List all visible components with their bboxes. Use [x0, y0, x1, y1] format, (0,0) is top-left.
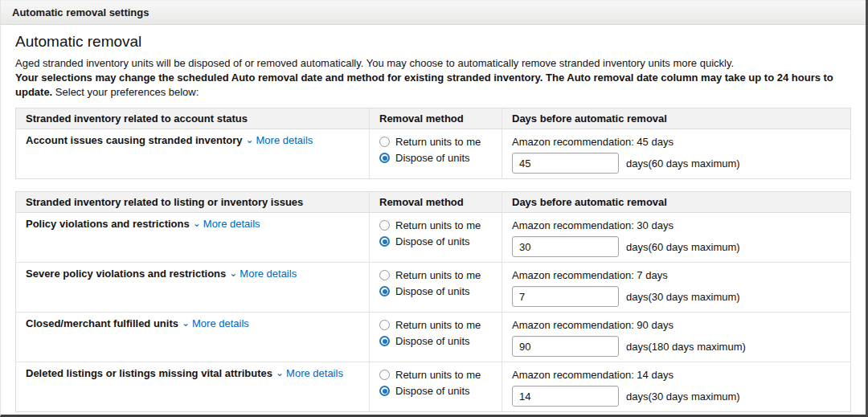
days-maximum-text: days(60 days maximum) [626, 241, 740, 253]
days-maximum-text: days(60 days maximum) [626, 157, 740, 170]
days-maximum-text: days(30 days maximum) [626, 291, 740, 303]
table-header-row: Stranded inventory related to listing or… [16, 192, 850, 213]
more-details-link[interactable]: More details [240, 268, 297, 280]
row-category-cell: Deleted listings or listings missing vit… [16, 362, 369, 411]
days-input[interactable] [512, 236, 619, 257]
radio-selected-icon[interactable] [379, 153, 390, 163]
row-days-cell: Amazon recommendation: 30 days days(60 d… [502, 213, 850, 262]
chevron-down-icon[interactable]: ⌄ [193, 218, 201, 229]
row-method-cell: Return units to me Dispose of units [369, 213, 502, 262]
amazon-recommendation-text: Amazon recommendation: 7 days [512, 269, 842, 281]
more-details-link[interactable]: More details [192, 317, 249, 329]
row-category-cell: Policy violations and restrictions⌄More … [16, 213, 369, 262]
chevron-down-icon[interactable]: ⌄ [229, 268, 237, 279]
radio-unselected-icon[interactable] [379, 320, 390, 330]
table-row: Closed/merchant fulfilled units⌄More det… [16, 312, 850, 362]
radio-unselected-icon[interactable] [379, 220, 390, 231]
chevron-down-icon[interactable]: ⌄ [245, 134, 253, 145]
days-maximum-text: days(30 days maximum) [626, 390, 740, 403]
return-units-label: Return units to me [395, 269, 481, 281]
amazon-recommendation-text: Amazon recommendation: 90 days [512, 319, 842, 331]
chevron-down-icon[interactable]: ⌄ [276, 367, 284, 378]
row-method-cell: Return units to me Dispose of units [369, 129, 502, 178]
days-input[interactable] [512, 386, 619, 407]
amazon-recommendation-text: Amazon recommendation: 14 days [512, 369, 842, 381]
dispose-units-label: Dispose of units [395, 335, 470, 347]
radio-unselected-icon[interactable] [379, 270, 390, 280]
row-category-cell: Severe policy violations and restriction… [16, 263, 369, 312]
table-header-category: Stranded inventory related to account st… [16, 108, 369, 129]
more-details-link[interactable]: More details [203, 218, 260, 230]
settings-tables: Stranded inventory related to account st… [15, 108, 851, 412]
table-header-days: Days before automatic removal [502, 192, 850, 212]
settings-table: Stranded inventory related to account st… [15, 108, 851, 179]
row-category-cell: Closed/merchant fulfilled units⌄More det… [16, 313, 369, 362]
row-label: Account issues causing stranded inventor… [26, 134, 242, 146]
return-units-label: Return units to me [395, 319, 481, 331]
intro-text: Aged stranded inventory units will be di… [15, 56, 851, 100]
return-units-label: Return units to me [395, 136, 481, 148]
table-row: Policy violations and restrictions⌄More … [16, 213, 850, 262]
table-header-category: Stranded inventory related to listing or… [16, 192, 369, 212]
row-days-cell: Amazon recommendation: 90 days days(180 … [502, 313, 850, 362]
return-units-radio[interactable]: Return units to me [379, 219, 493, 231]
dispose-units-radio[interactable]: Dispose of units [379, 285, 493, 297]
dispose-units-radio[interactable]: Dispose of units [379, 335, 493, 347]
table-header-days: Days before automatic removal [502, 108, 850, 129]
chevron-down-icon[interactable]: ⌄ [182, 317, 190, 329]
return-units-radio[interactable]: Return units to me [379, 136, 493, 148]
radio-selected-icon[interactable] [379, 336, 390, 346]
row-method-cell: Return units to me Dispose of units [369, 313, 502, 362]
radio-selected-icon[interactable] [379, 386, 390, 396]
settings-header-bar: Automatic removal settings [1, 0, 866, 25]
dispose-units-label: Dispose of units [395, 235, 470, 247]
intro-warning-tail: Select your preferences below: [52, 86, 199, 98]
row-days-cell: Amazon recommendation: 45 days days(60 d… [502, 129, 850, 178]
radio-unselected-icon[interactable] [379, 137, 390, 147]
radio-selected-icon[interactable] [379, 286, 390, 296]
more-details-link[interactable]: More details [256, 134, 313, 146]
settings-header-title: Automatic removal settings [12, 6, 149, 18]
table-header-row: Stranded inventory related to account st… [16, 108, 850, 129]
intro-description: Aged stranded inventory units will be di… [15, 57, 734, 69]
return-units-radio[interactable]: Return units to me [379, 319, 493, 331]
row-label: Closed/merchant fulfilled units [26, 317, 178, 329]
days-input[interactable] [512, 286, 619, 307]
table-header-method: Removal method [369, 192, 502, 212]
days-input[interactable] [512, 336, 619, 357]
table-row: Severe policy violations and restriction… [16, 262, 850, 312]
radio-unselected-icon[interactable] [379, 370, 390, 380]
main-content: Automatic removal Aged stranded inventor… [1, 25, 866, 417]
dispose-units-radio[interactable]: Dispose of units [379, 385, 493, 397]
row-method-cell: Return units to me Dispose of units [369, 263, 502, 312]
row-method-cell: Return units to me Dispose of units [369, 362, 502, 411]
more-details-link[interactable]: More details [286, 367, 343, 379]
row-days-cell: Amazon recommendation: 14 days days(30 d… [502, 362, 850, 411]
return-units-label: Return units to me [395, 219, 481, 231]
dispose-units-radio[interactable]: Dispose of units [379, 235, 493, 247]
amazon-recommendation-text: Amazon recommendation: 45 days [512, 136, 842, 148]
return-units-label: Return units to me [395, 369, 481, 381]
radio-selected-icon[interactable] [379, 236, 390, 247]
amazon-recommendation-text: Amazon recommendation: 30 days [512, 219, 842, 231]
row-label: Deleted listings or listings missing vit… [26, 367, 272, 379]
row-days-cell: Amazon recommendation: 7 days days(30 da… [502, 263, 850, 312]
settings-table: Stranded inventory related to listing or… [15, 191, 851, 412]
dispose-units-label: Dispose of units [395, 385, 470, 397]
row-category-cell: Account issues causing stranded inventor… [16, 129, 369, 178]
return-units-radio[interactable]: Return units to me [379, 369, 493, 381]
dispose-units-label: Dispose of units [395, 285, 470, 297]
days-input[interactable] [512, 153, 619, 174]
days-maximum-text: days(180 days maximum) [626, 341, 746, 353]
automatic-removal-settings-window: Automatic removal settings Automatic rem… [0, 0, 868, 417]
table-row: Deleted listings or listings missing vit… [16, 362, 850, 411]
table-row: Account issues causing stranded inventor… [16, 129, 850, 178]
dispose-units-label: Dispose of units [395, 152, 470, 164]
table-header-method: Removal method [369, 108, 502, 129]
row-label: Severe policy violations and restriction… [26, 268, 226, 280]
dispose-units-radio[interactable]: Dispose of units [379, 152, 493, 164]
row-label: Policy violations and restrictions [26, 218, 190, 230]
return-units-radio[interactable]: Return units to me [379, 269, 493, 281]
page-title: Automatic removal [15, 33, 851, 51]
